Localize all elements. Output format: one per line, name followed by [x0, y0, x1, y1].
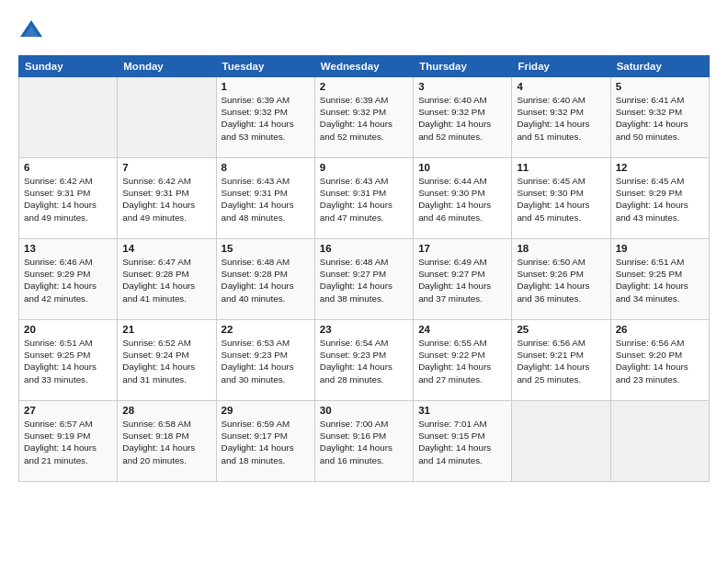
- day-number: 7: [122, 162, 210, 173]
- day-info: Sunrise: 6:58 AM Sunset: 9:18 PM Dayligh…: [122, 418, 210, 466]
- day-number: 28: [122, 405, 210, 416]
- calendar-table: SundayMondayTuesdayWednesdayThursdayFrid…: [18, 55, 710, 482]
- day-number: 15: [222, 243, 310, 254]
- day-info: Sunrise: 6:57 AM Sunset: 9:19 PM Dayligh…: [24, 418, 112, 466]
- day-number: 12: [616, 162, 704, 173]
- calendar-cell: 21Sunrise: 6:52 AM Sunset: 9:24 PM Dayli…: [118, 320, 216, 401]
- day-info: Sunrise: 6:53 AM Sunset: 9:23 PM Dayligh…: [222, 337, 310, 385]
- calendar-week-row: 6Sunrise: 6:42 AM Sunset: 9:31 PM Daylig…: [19, 158, 710, 239]
- day-number: 26: [616, 324, 704, 335]
- day-number: 24: [418, 324, 506, 335]
- day-info: Sunrise: 6:40 AM Sunset: 9:32 PM Dayligh…: [517, 94, 605, 143]
- day-number: 29: [222, 405, 310, 416]
- day-info: Sunrise: 6:50 AM Sunset: 9:26 PM Dayligh…: [517, 256, 605, 304]
- day-info: Sunrise: 6:43 AM Sunset: 9:31 PM Dayligh…: [222, 175, 310, 224]
- calendar-cell: 27Sunrise: 6:57 AM Sunset: 9:19 PM Dayli…: [19, 401, 118, 482]
- calendar-cell: 10Sunrise: 6:44 AM Sunset: 9:30 PM Dayli…: [414, 158, 512, 239]
- day-info: Sunrise: 6:45 AM Sunset: 9:29 PM Dayligh…: [616, 175, 704, 224]
- day-number: 27: [24, 405, 112, 416]
- calendar-cell: 4Sunrise: 6:40 AM Sunset: 9:32 PM Daylig…: [512, 77, 610, 158]
- day-info: Sunrise: 6:54 AM Sunset: 9:23 PM Dayligh…: [320, 337, 408, 385]
- day-info: Sunrise: 6:45 AM Sunset: 9:30 PM Dayligh…: [517, 175, 605, 224]
- calendar-cell: 5Sunrise: 6:41 AM Sunset: 9:32 PM Daylig…: [610, 77, 709, 158]
- calendar-cell: 7Sunrise: 6:42 AM Sunset: 9:31 PM Daylig…: [118, 158, 216, 239]
- day-number: 8: [222, 162, 310, 173]
- calendar-cell: 14Sunrise: 6:47 AM Sunset: 9:28 PM Dayli…: [118, 239, 216, 320]
- calendar-cell: 31Sunrise: 7:01 AM Sunset: 9:15 PM Dayli…: [414, 401, 512, 482]
- calendar-header-thursday: Thursday: [414, 56, 512, 77]
- day-info: Sunrise: 7:00 AM Sunset: 9:16 PM Dayligh…: [320, 418, 408, 466]
- calendar-cell: 1Sunrise: 6:39 AM Sunset: 9:32 PM Daylig…: [216, 77, 314, 158]
- logo: [18, 17, 48, 42]
- day-number: 4: [517, 81, 605, 92]
- day-info: Sunrise: 6:51 AM Sunset: 9:25 PM Dayligh…: [616, 256, 704, 304]
- calendar-cell: 22Sunrise: 6:53 AM Sunset: 9:23 PM Dayli…: [216, 320, 314, 401]
- calendar-cell: [512, 401, 610, 482]
- calendar-cell: 9Sunrise: 6:43 AM Sunset: 9:31 PM Daylig…: [314, 158, 413, 239]
- day-info: Sunrise: 6:48 AM Sunset: 9:27 PM Dayligh…: [320, 256, 408, 304]
- day-info: Sunrise: 6:47 AM Sunset: 9:28 PM Dayligh…: [122, 256, 210, 304]
- day-info: Sunrise: 6:56 AM Sunset: 9:20 PM Dayligh…: [616, 337, 704, 385]
- calendar-cell: 3Sunrise: 6:40 AM Sunset: 9:32 PM Daylig…: [414, 77, 512, 158]
- calendar-cell: [118, 77, 216, 158]
- calendar-week-row: 27Sunrise: 6:57 AM Sunset: 9:19 PM Dayli…: [19, 401, 710, 482]
- day-info: Sunrise: 6:49 AM Sunset: 9:27 PM Dayligh…: [418, 256, 506, 304]
- calendar-header-tuesday: Tuesday: [216, 56, 314, 77]
- calendar-cell: 28Sunrise: 6:58 AM Sunset: 9:18 PM Dayli…: [118, 401, 216, 482]
- day-number: 20: [24, 324, 112, 335]
- day-number: 17: [418, 243, 506, 254]
- day-info: Sunrise: 6:48 AM Sunset: 9:28 PM Dayligh…: [222, 256, 310, 304]
- day-info: Sunrise: 6:39 AM Sunset: 9:32 PM Dayligh…: [320, 94, 408, 143]
- calendar-header-row: SundayMondayTuesdayWednesdayThursdayFrid…: [19, 56, 710, 77]
- day-info: Sunrise: 6:39 AM Sunset: 9:32 PM Dayligh…: [222, 94, 310, 143]
- day-number: 9: [320, 162, 408, 173]
- calendar-cell: 2Sunrise: 6:39 AM Sunset: 9:32 PM Daylig…: [314, 77, 413, 158]
- day-number: 31: [418, 405, 506, 416]
- day-number: 18: [517, 243, 605, 254]
- calendar-cell: 6Sunrise: 6:42 AM Sunset: 9:31 PM Daylig…: [19, 158, 118, 239]
- calendar-header-saturday: Saturday: [610, 56, 709, 77]
- day-number: 21: [122, 324, 210, 335]
- calendar-cell: 16Sunrise: 6:48 AM Sunset: 9:27 PM Dayli…: [314, 239, 413, 320]
- day-info: Sunrise: 7:01 AM Sunset: 9:15 PM Dayligh…: [418, 418, 506, 466]
- day-info: Sunrise: 6:42 AM Sunset: 9:31 PM Dayligh…: [122, 175, 210, 224]
- day-number: 1: [222, 81, 310, 92]
- calendar-cell: 17Sunrise: 6:49 AM Sunset: 9:27 PM Dayli…: [414, 239, 512, 320]
- day-info: Sunrise: 6:51 AM Sunset: 9:25 PM Dayligh…: [24, 337, 112, 385]
- day-info: Sunrise: 6:43 AM Sunset: 9:31 PM Dayligh…: [320, 175, 408, 224]
- calendar-header-friday: Friday: [512, 56, 610, 77]
- day-number: 14: [122, 243, 210, 254]
- day-info: Sunrise: 6:59 AM Sunset: 9:17 PM Dayligh…: [222, 418, 310, 466]
- calendar-cell: 30Sunrise: 7:00 AM Sunset: 9:16 PM Dayli…: [314, 401, 413, 482]
- day-number: 30: [320, 405, 408, 416]
- day-number: 11: [517, 162, 605, 173]
- calendar-cell: 13Sunrise: 6:46 AM Sunset: 9:29 PM Dayli…: [19, 239, 118, 320]
- calendar-cell: 12Sunrise: 6:45 AM Sunset: 9:29 PM Dayli…: [610, 158, 709, 239]
- day-info: Sunrise: 6:55 AM Sunset: 9:22 PM Dayligh…: [418, 337, 506, 385]
- calendar-cell: 23Sunrise: 6:54 AM Sunset: 9:23 PM Dayli…: [314, 320, 413, 401]
- calendar-cell: [610, 401, 709, 482]
- day-number: 22: [222, 324, 310, 335]
- calendar-cell: 19Sunrise: 6:51 AM Sunset: 9:25 PM Dayli…: [610, 239, 709, 320]
- day-number: 2: [320, 81, 408, 92]
- calendar-cell: 24Sunrise: 6:55 AM Sunset: 9:22 PM Dayli…: [414, 320, 512, 401]
- day-info: Sunrise: 6:40 AM Sunset: 9:32 PM Dayligh…: [418, 94, 506, 143]
- day-number: 5: [616, 81, 704, 92]
- calendar-cell: 18Sunrise: 6:50 AM Sunset: 9:26 PM Dayli…: [512, 239, 610, 320]
- calendar-cell: 26Sunrise: 6:56 AM Sunset: 9:20 PM Dayli…: [610, 320, 709, 401]
- day-info: Sunrise: 6:44 AM Sunset: 9:30 PM Dayligh…: [418, 175, 506, 224]
- day-number: 19: [616, 243, 704, 254]
- calendar-week-row: 1Sunrise: 6:39 AM Sunset: 9:32 PM Daylig…: [19, 77, 710, 158]
- calendar-cell: 15Sunrise: 6:48 AM Sunset: 9:28 PM Dayli…: [216, 239, 314, 320]
- calendar-cell: 8Sunrise: 6:43 AM Sunset: 9:31 PM Daylig…: [216, 158, 314, 239]
- day-number: 23: [320, 324, 408, 335]
- day-number: 10: [418, 162, 506, 173]
- day-info: Sunrise: 6:41 AM Sunset: 9:32 PM Dayligh…: [616, 94, 704, 143]
- calendar-header-wednesday: Wednesday: [314, 56, 413, 77]
- day-info: Sunrise: 6:42 AM Sunset: 9:31 PM Dayligh…: [24, 175, 112, 224]
- day-number: 13: [24, 243, 112, 254]
- calendar-cell: 29Sunrise: 6:59 AM Sunset: 9:17 PM Dayli…: [216, 401, 314, 482]
- calendar-cell: 11Sunrise: 6:45 AM Sunset: 9:30 PM Dayli…: [512, 158, 610, 239]
- calendar-cell: [19, 77, 118, 158]
- day-number: 3: [418, 81, 506, 92]
